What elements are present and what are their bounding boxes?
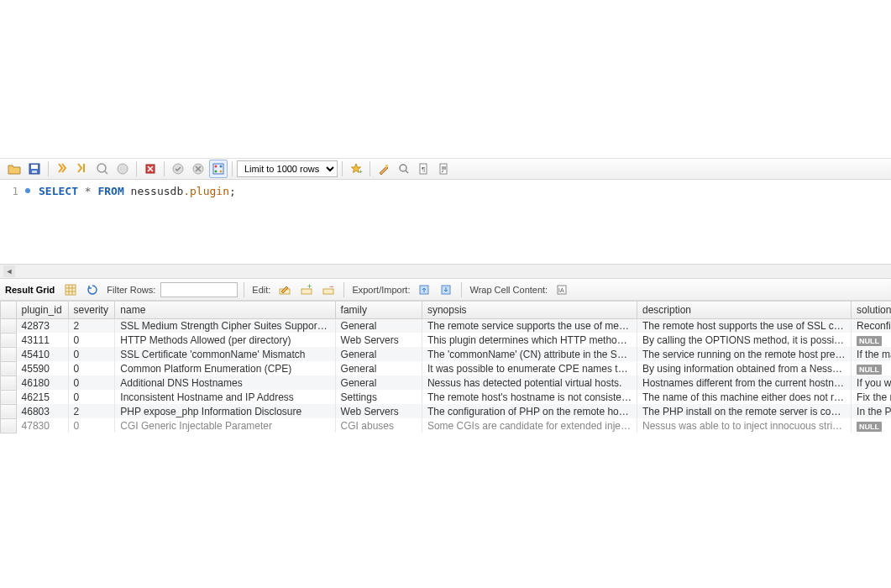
stop-on-error-icon[interactable] bbox=[141, 160, 160, 178]
cell-severity[interactable]: 0 bbox=[68, 347, 115, 361]
beautify-icon[interactable] bbox=[375, 160, 393, 178]
wrap-cell-icon[interactable]: IA bbox=[553, 281, 571, 299]
cell-name[interactable]: PHP expose_php Information Disclosure bbox=[115, 404, 335, 418]
wrap-lines-icon[interactable] bbox=[435, 160, 453, 178]
cell-synopsis[interactable]: This plugin determines which HTTP method… bbox=[422, 333, 637, 347]
table-row[interactable]: 431110HTTP Methods Allowed (per director… bbox=[1, 333, 892, 347]
cell-family[interactable]: General bbox=[335, 347, 422, 361]
execute-current-icon[interactable] bbox=[73, 160, 92, 178]
cell-description[interactable]: The remote host supports the use of SSL … bbox=[637, 318, 851, 333]
table-row[interactable]: 455900Common Platform Enumeration (CPE)G… bbox=[1, 361, 892, 375]
row-handle[interactable] bbox=[1, 418, 17, 433]
cell-name[interactable]: Common Platform Enumeration (CPE) bbox=[115, 361, 335, 375]
cell-family[interactable]: Settings bbox=[335, 390, 422, 404]
row-handle[interactable] bbox=[1, 375, 17, 390]
cell-plugin_id[interactable]: 42873 bbox=[16, 318, 68, 333]
cell-plugin_id[interactable]: 47830 bbox=[16, 418, 68, 433]
row-handle[interactable] bbox=[1, 361, 17, 375]
cell-family[interactable]: General bbox=[335, 361, 422, 375]
cell-family[interactable]: General bbox=[335, 375, 422, 390]
cell-name[interactable]: SSL Medium Strength Cipher Suites Suppor… bbox=[115, 318, 335, 333]
limit-rows-select[interactable]: Limit to 1000 rows bbox=[237, 160, 338, 177]
filter-rows-input[interactable] bbox=[160, 282, 238, 297]
open-file-icon[interactable] bbox=[5, 160, 24, 178]
horizontal-scrollbar[interactable]: ◄ bbox=[0, 264, 891, 279]
import-icon[interactable] bbox=[437, 281, 455, 299]
table-row[interactable]: 461800Additional DNS HostnamesGeneralNes… bbox=[1, 375, 892, 390]
save-icon[interactable] bbox=[25, 160, 44, 178]
row-handle[interactable] bbox=[1, 333, 17, 347]
cell-severity[interactable]: 2 bbox=[68, 404, 115, 418]
cell-synopsis[interactable]: The 'commonName' (CN) attribute in the S… bbox=[422, 347, 637, 361]
autocommit-icon[interactable] bbox=[209, 160, 228, 178]
add-row-icon[interactable]: + bbox=[297, 281, 316, 299]
column-header[interactable]: severity bbox=[68, 302, 115, 318]
table-row[interactable]: 454100SSL Certificate 'commonName' Misma… bbox=[1, 347, 892, 361]
cell-name[interactable]: HTTP Methods Allowed (per directory) bbox=[115, 333, 335, 347]
cell-severity[interactable]: 0 bbox=[68, 333, 115, 347]
cell-family[interactable]: CGI abuses bbox=[335, 418, 422, 433]
edit-row-icon[interactable] bbox=[275, 281, 294, 299]
cell-family[interactable]: Web Servers bbox=[335, 333, 422, 347]
cell-synopsis[interactable]: The remote host's hostname is not consis… bbox=[422, 390, 637, 404]
row-handle[interactable] bbox=[1, 404, 17, 418]
cell-synopsis[interactable]: The remote service supports the use of m… bbox=[422, 318, 637, 333]
cell-name[interactable]: Inconsistent Hostname and IP Address bbox=[115, 390, 335, 404]
cell-severity[interactable]: 0 bbox=[68, 361, 115, 375]
rollback-icon[interactable] bbox=[189, 160, 207, 178]
cell-description[interactable]: Hostnames different from the current hos… bbox=[637, 375, 851, 390]
cell-family[interactable]: Web Servers bbox=[335, 404, 422, 418]
cell-plugin_id[interactable]: 45590 bbox=[16, 361, 68, 375]
delete-row-icon[interactable]: − bbox=[319, 281, 338, 299]
cell-solution[interactable]: If you want to bbox=[852, 375, 891, 390]
cell-description[interactable]: By using information obtained from a Nes… bbox=[637, 361, 851, 375]
cell-severity[interactable]: 0 bbox=[68, 375, 115, 390]
commit-icon[interactable] bbox=[169, 160, 187, 178]
cell-severity[interactable]: 2 bbox=[68, 318, 115, 333]
cell-synopsis[interactable]: Nessus has detected potential virtual ho… bbox=[422, 375, 637, 390]
row-handle[interactable] bbox=[1, 390, 17, 404]
cell-plugin_id[interactable]: 45410 bbox=[16, 347, 68, 361]
cell-description[interactable]: The name of this machine either does not… bbox=[637, 390, 851, 404]
cell-description[interactable]: The PHP install on the remote server is … bbox=[637, 404, 851, 418]
stop-icon[interactable] bbox=[113, 160, 132, 178]
favorite-icon[interactable]: + bbox=[347, 160, 365, 178]
cell-name[interactable]: Additional DNS Hostnames bbox=[115, 375, 335, 390]
cell-description[interactable]: The service running on the remote host p… bbox=[637, 347, 851, 361]
row-handle[interactable] bbox=[1, 347, 17, 361]
column-header[interactable]: plugin_id bbox=[16, 302, 68, 318]
invisible-chars-icon[interactable]: ¶ bbox=[415, 160, 433, 178]
cell-synopsis[interactable]: The configuration of PHP on the remote h… bbox=[422, 404, 637, 418]
cell-plugin_id[interactable]: 46180 bbox=[16, 375, 68, 390]
find-replace-icon[interactable] bbox=[395, 160, 413, 178]
execute-icon[interactable] bbox=[53, 160, 71, 178]
cell-name[interactable]: SSL Certificate 'commonName' Mismatch bbox=[115, 347, 335, 361]
column-header[interactable]: name bbox=[115, 302, 335, 318]
cell-synopsis[interactable]: Some CGIs are candidate for extended inj… bbox=[422, 418, 637, 433]
table-row[interactable]: 468032PHP expose_php Information Disclos… bbox=[1, 404, 892, 418]
cell-description[interactable]: By calling the OPTIONS method, it is pos… bbox=[637, 333, 851, 347]
column-header[interactable]: description bbox=[637, 302, 851, 318]
table-row[interactable]: 428732SSL Medium Strength Cipher Suites … bbox=[1, 318, 892, 333]
row-handle[interactable] bbox=[1, 318, 17, 333]
cell-description[interactable]: Nessus was able to to inject innocuous s… bbox=[637, 418, 851, 433]
scroll-left-icon[interactable]: ◄ bbox=[3, 265, 15, 277]
explain-icon[interactable] bbox=[93, 160, 112, 178]
column-header[interactable]: solution bbox=[852, 302, 891, 318]
cell-name[interactable]: CGI Generic Injectable Parameter bbox=[115, 418, 335, 433]
export-icon[interactable] bbox=[415, 281, 433, 299]
sql-editor[interactable]: 1 SELECT * FROM nessusdb . plugin ; bbox=[0, 180, 891, 264]
cell-plugin_id[interactable]: 46215 bbox=[16, 390, 68, 404]
table-row[interactable]: 462150Inconsistent Hostname and IP Addre… bbox=[1, 390, 892, 404]
refresh-icon[interactable] bbox=[83, 281, 102, 299]
column-header[interactable]: family bbox=[335, 302, 422, 318]
cell-solution[interactable]: NULL bbox=[852, 418, 891, 433]
cell-solution[interactable]: Fix the reverse bbox=[852, 390, 891, 404]
cell-synopsis[interactable]: It was possible to enumerate CPE names t… bbox=[422, 361, 637, 375]
column-header[interactable]: synopsis bbox=[422, 302, 637, 318]
result-grid[interactable]: plugin_id severity name family synopsis … bbox=[0, 301, 891, 433]
table-row[interactable]: 478300CGI Generic Injectable ParameterCG… bbox=[1, 418, 892, 433]
cell-severity[interactable]: 0 bbox=[68, 390, 115, 404]
cell-solution[interactable]: NULL bbox=[852, 333, 891, 347]
cell-severity[interactable]: 0 bbox=[68, 418, 115, 433]
